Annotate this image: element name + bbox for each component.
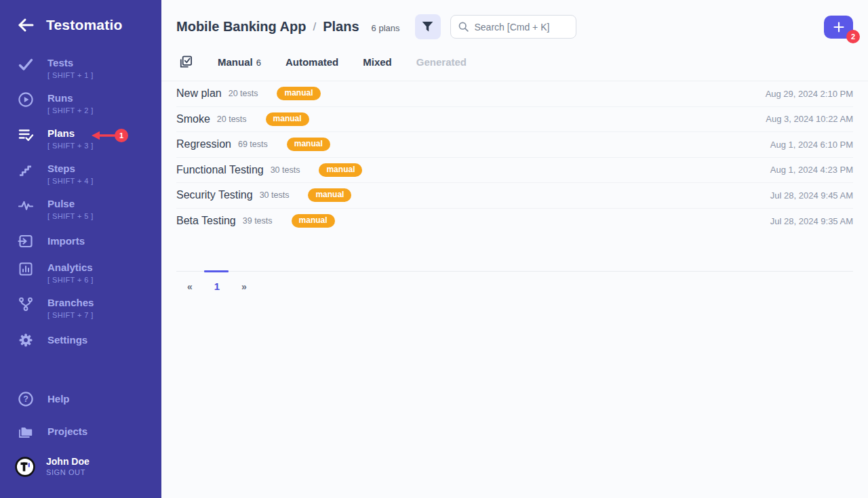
plan-row[interactable]: Beta Testing 39 tests manual Jul 28, 202… xyxy=(176,209,853,234)
tab-manual[interactable]: Manual6 xyxy=(218,56,261,68)
funnel-icon xyxy=(420,20,435,34)
sidebar-item-shortcut: [ SHIFT + 1 ] xyxy=(47,70,94,81)
plan-test-count: 69 tests xyxy=(238,140,268,149)
sidebar-bottom: ? Help Projects xyxy=(0,383,161,498)
help-circle-icon: ? xyxy=(18,391,34,407)
sidebar-item-label: Imports xyxy=(47,234,85,248)
sidebar-item-label: Branches xyxy=(47,296,94,310)
sidebar-item-help[interactable]: ? Help xyxy=(0,383,161,415)
plan-row[interactable]: Smoke 20 tests manual Aug 3, 2024 10:22 … xyxy=(176,107,853,133)
sidebar-item-label: Pulse xyxy=(47,197,94,211)
sidebar-item-pulse[interactable]: Pulse [ SHIFT + 5 ] xyxy=(0,192,161,227)
plans-count: 6 plans xyxy=(372,23,400,33)
play-circle-icon xyxy=(18,91,34,108)
plan-name[interactable]: New plan xyxy=(176,87,222,100)
branches-icon xyxy=(18,296,34,312)
sidebar-item-shortcut: [ SHIFT + 7 ] xyxy=(47,310,94,320)
breadcrumb-separator: / xyxy=(313,20,316,34)
plan-test-count: 30 tests xyxy=(260,190,290,200)
breadcrumb: Mobile Banking App / Plans xyxy=(176,19,359,35)
svg-text:?: ? xyxy=(23,394,28,404)
tab-manual-count: 6 xyxy=(256,58,261,68)
sidebar-item-label: Analytics xyxy=(47,261,94,274)
plan-name[interactable]: Functional Testing xyxy=(176,164,264,176)
plan-row[interactable]: New plan 20 tests manual Aug 29, 2024 2:… xyxy=(176,81,853,107)
sidebar-item-branches[interactable]: Branches [ SHIFT + 7 ] xyxy=(0,291,161,326)
filter-button[interactable] xyxy=(415,14,441,39)
sign-out-link[interactable]: SIGN OUT xyxy=(46,468,90,478)
sidebar: Testomatio Tests [ SHIFT + 1 ] Runs [ SH… xyxy=(0,0,161,498)
plan-row[interactable]: Regression 69 tests manual Aug 1, 2024 6… xyxy=(176,132,853,158)
plan-date: Aug 1, 2024 6:10 PM xyxy=(770,140,853,150)
main-header: Mobile Banking App / Plans 6 plans xyxy=(161,0,868,45)
import-icon xyxy=(18,233,34,249)
plan-name[interactable]: Beta Testing xyxy=(176,215,236,227)
active-page-indicator xyxy=(204,270,229,272)
sidebar-item-imports[interactable]: Imports xyxy=(0,227,161,255)
search-icon xyxy=(458,21,469,33)
avatar xyxy=(15,457,35,477)
sidebar-item-shortcut: [ SHIFT + 2 ] xyxy=(47,105,94,116)
plan-name[interactable]: Smoke xyxy=(176,113,210,125)
sidebar-item-label: Help xyxy=(47,392,70,406)
list-check-icon xyxy=(18,127,34,143)
search-box[interactable] xyxy=(450,15,576,39)
tab-mixed[interactable]: Mixed xyxy=(363,56,392,68)
plan-test-count: 20 tests xyxy=(229,89,258,98)
pulse-icon xyxy=(18,197,34,213)
plan-date: Aug 1, 2024 4:23 PM xyxy=(770,165,853,175)
plan-date: Jul 28, 2024 9:45 AM xyxy=(770,190,853,201)
user-name: John Doe xyxy=(46,456,90,468)
sidebar-item-shortcut: [ SHIFT + 6 ] xyxy=(47,274,94,285)
tabs-row: Manual6 Automated Mixed Generated xyxy=(161,45,868,81)
pagination-page-1[interactable]: 1 xyxy=(203,281,231,292)
copy-check-icon[interactable] xyxy=(178,54,193,70)
pagination-next-button[interactable]: » xyxy=(231,281,258,292)
add-plan-button[interactable]: 2 xyxy=(824,16,853,39)
sidebar-item-analytics[interactable]: Analytics [ SHIFT + 6 ] xyxy=(0,255,161,291)
sidebar-item-plans[interactable]: Plans [ SHIFT + 3 ] xyxy=(0,121,161,157)
brand-row: Testomatio xyxy=(0,0,161,48)
sidebar-item-projects[interactable]: Projects xyxy=(0,415,161,448)
stairs-icon xyxy=(18,162,34,178)
plan-date: Jul 28, 2024 9:35 AM xyxy=(770,216,853,226)
plan-name[interactable]: Regression xyxy=(176,138,231,150)
plan-row[interactable]: Functional Testing 30 tests manual Aug 1… xyxy=(176,158,853,184)
main-content: Mobile Banking App / Plans 6 plans xyxy=(161,0,868,498)
sidebar-item-label: Steps xyxy=(47,162,94,175)
plan-type-badge: manual xyxy=(319,163,362,177)
plan-test-count: 39 tests xyxy=(243,216,273,226)
brand-title: Testomatio xyxy=(46,17,122,33)
sidebar-item-label: Plans xyxy=(47,127,94,140)
plan-type-badge: manual xyxy=(308,188,351,202)
sidebar-item-shortcut: [ SHIFT + 4 ] xyxy=(47,175,94,186)
back-arrow-icon[interactable] xyxy=(16,17,35,33)
plus-icon xyxy=(833,22,844,33)
tab-generated[interactable]: Generated xyxy=(416,56,467,68)
plan-list: New plan 20 tests manual Aug 29, 2024 2:… xyxy=(161,81,868,234)
plan-type-badge: manual xyxy=(277,87,320,100)
sidebar-item-settings[interactable]: Settings xyxy=(0,326,161,354)
pagination: « 1 » xyxy=(176,271,853,292)
sidebar-item-runs[interactable]: Runs [ SHIFT + 2 ] xyxy=(0,86,161,121)
page-title: Plans xyxy=(323,19,359,35)
user-menu[interactable]: John Doe SIGN OUT xyxy=(0,448,161,490)
sidebar-item-steps[interactable]: Steps [ SHIFT + 4 ] xyxy=(0,157,161,192)
sidebar-item-shortcut: [ SHIFT + 5 ] xyxy=(47,211,94,222)
sidebar-item-tests[interactable]: Tests [ SHIFT + 1 ] xyxy=(0,51,161,86)
sidebar-nav: Tests [ SHIFT + 1 ] Runs [ SHIFT + 2 ] xyxy=(0,51,161,354)
plan-date: Aug 29, 2024 2:10 PM xyxy=(766,89,853,99)
annotation-step-badge: 2 xyxy=(846,30,860,43)
breadcrumb-project[interactable]: Mobile Banking App xyxy=(176,19,306,35)
folder-icon xyxy=(18,423,34,440)
plan-type-badge: manual xyxy=(292,214,335,228)
plan-name[interactable]: Security Testing xyxy=(176,189,253,201)
pagination-prev-button[interactable]: « xyxy=(176,281,203,292)
tab-automated[interactable]: Automated xyxy=(285,56,338,68)
plan-test-count: 30 tests xyxy=(271,165,300,175)
search-input[interactable] xyxy=(475,22,569,33)
plan-test-count: 20 tests xyxy=(217,115,247,124)
plan-row[interactable]: Security Testing 30 tests manual Jul 28,… xyxy=(176,183,853,209)
gear-icon xyxy=(18,332,34,348)
plan-date: Aug 3, 2024 10:22 AM xyxy=(766,114,853,124)
